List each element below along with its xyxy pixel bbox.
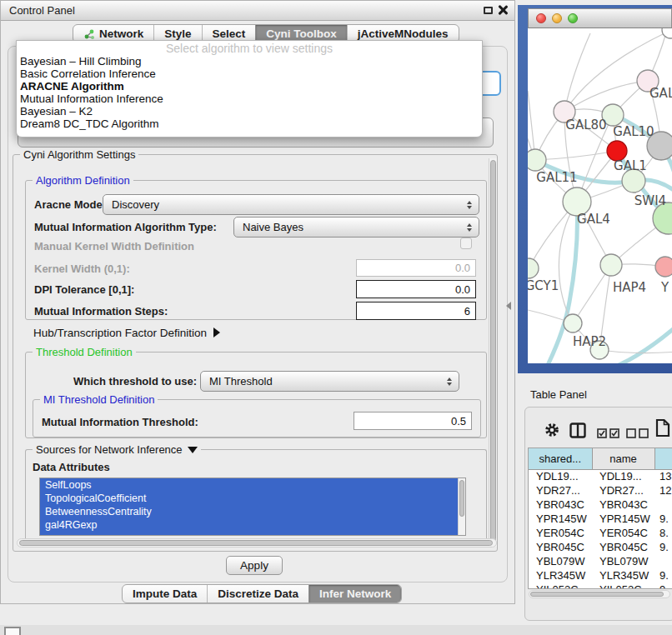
column-header-shared-name[interactable]: shared... (529, 448, 592, 469)
collapsed-panel-icon[interactable] (4, 627, 21, 635)
hub-transcription-factor-section[interactable]: Hub/Transcription Factor Definition (33, 325, 220, 340)
aracne-mode-select[interactable]: Discovery (103, 194, 479, 215)
document-icon[interactable] (655, 418, 670, 441)
network-node-pink-node[interactable] (655, 257, 672, 277)
data-attributes-label: Data Attributes (33, 461, 110, 473)
network-node-hap2[interactable] (564, 314, 582, 332)
dropdown-item[interactable]: Bayesian – Hill Climbing (18, 55, 477, 68)
table-cell[interactable]: YPR145W (529, 512, 592, 526)
network-node-gcy1[interactable] (528, 258, 539, 278)
data-attributes-list[interactable]: SelfLoops TopologicalCoefficient Between… (39, 478, 466, 536)
dropdown-item[interactable]: Mutual Information Inference (18, 92, 477, 105)
table-cell[interactable] (654, 554, 672, 568)
table-cell[interactable]: 9. (654, 512, 672, 526)
settings-horizontal-scrollbar[interactable] (17, 538, 497, 548)
dropdown-item-highlighted[interactable]: ARACNE Algorithm (18, 80, 477, 92)
table-cell[interactable]: YDR27... (592, 483, 654, 498)
list-item-selected[interactable]: BetweennessCentrality (40, 505, 465, 518)
select-all-checkboxes-icon[interactable] (597, 427, 620, 442)
table-cell[interactable]: YLR345W (592, 568, 654, 582)
apply-button[interactable]: Apply (226, 556, 283, 575)
column-layout-icon[interactable] (569, 422, 586, 442)
group-title: Algorithm Definition (33, 174, 133, 187)
network-node-gal11[interactable] (528, 149, 546, 171)
table-cell[interactable]: YBR043C (529, 498, 592, 512)
table-cell[interactable]: 13 (654, 469, 672, 483)
table-cell[interactable]: YBR045C (529, 540, 592, 554)
table-cell[interactable]: YPR145W (592, 512, 654, 526)
table-cell[interactable]: YIL052C (529, 582, 592, 589)
dropdown-item[interactable]: Basic Correlation Inference (18, 68, 477, 80)
table-cell[interactable]: YER054C (529, 526, 592, 540)
collapsed-arrow-icon[interactable] (213, 328, 220, 338)
table-horizontal-scrollbar[interactable] (529, 590, 670, 598)
minimize-window-button[interactable] (552, 13, 562, 23)
tab-infer-network[interactable]: Infer Network (308, 585, 401, 602)
network-window-titlebar[interactable] (528, 8, 672, 28)
table-cell[interactable]: 9. (654, 540, 672, 554)
network-canvas[interactable]: GALGAL80GAL10GAL1GAL11SWI4GAL4GCY1HAP4YH… (528, 28, 672, 363)
table-cell[interactable]: 12 (654, 483, 672, 498)
expanded-arrow-icon[interactable] (188, 447, 198, 453)
kernel-width-field[interactable]: 0.0 (356, 259, 476, 277)
list-item-selected[interactable]: SelfLoops (40, 478, 465, 492)
network-edge[interactable] (535, 151, 617, 160)
network-edge[interactable] (611, 325, 672, 363)
column-header-name[interactable]: name (592, 448, 654, 469)
table-row[interactable]: YBR045CYBR045C9. (529, 540, 672, 554)
list-item-selected[interactable]: TopologicalCoefficient (40, 492, 465, 505)
close-window-button[interactable] (536, 13, 546, 23)
sources-legend[interactable]: Sources for Network Inference (33, 443, 201, 456)
tab-impute-data[interactable]: Impute Data (123, 585, 207, 602)
table-cell[interactable]: 9. (654, 568, 672, 582)
table-cell[interactable]: YDL19... (529, 469, 592, 483)
table-cell[interactable]: YBL079W (529, 554, 592, 568)
field-value: 0.0 (455, 283, 470, 296)
control-panel-window: Control Panel Network Style (0, 0, 515, 604)
settings-gear-icon[interactable] (543, 421, 561, 442)
mi-threshold-field[interactable]: 0.5 (354, 412, 472, 430)
table-cell[interactable]: YBR045C (592, 540, 654, 554)
table-row[interactable]: YIL052CYIL052C9. (529, 582, 672, 589)
table-row[interactable]: YER054CYER054C8. (529, 526, 672, 540)
table-panel-body: shared... name A YDL19...YDL19...13YDR27… (524, 407, 672, 621)
zoom-window-button[interactable] (568, 13, 578, 23)
table-cell[interactable]: 8. (654, 526, 672, 540)
deselect-all-checkboxes-icon[interactable] (626, 427, 649, 442)
table-row[interactable]: YDR27...YDR27...12 (529, 483, 672, 498)
table-row[interactable]: YPR145WYPR145W9. (529, 512, 672, 526)
which-threshold-select[interactable]: MI Threshold (200, 371, 459, 392)
manual-kernel-width-checkbox[interactable] (460, 238, 472, 249)
table-cell[interactable]: YER054C (592, 526, 654, 540)
mi-steps-field[interactable]: 6 (356, 302, 476, 320)
list-item-selected[interactable]: gal4RGexp (40, 518, 465, 532)
table-row[interactable]: YBR043CYBR043C (529, 498, 672, 512)
table-cell[interactable]: YBL079W (592, 554, 654, 568)
table-row[interactable]: YLR345WYLR345W9. (529, 568, 672, 582)
network-edge[interactable] (564, 33, 590, 112)
mi-algorithm-type-select[interactable]: Naive Bayes (233, 217, 479, 238)
network-edge[interactable] (599, 350, 672, 353)
close-panel-icon[interactable] (498, 5, 508, 15)
dropdown-item[interactable]: Bayesian – K2 (18, 105, 477, 118)
panel-divider-grip[interactable] (506, 302, 511, 310)
table-row[interactable]: YBL079WYBL079W (529, 554, 672, 568)
table-cell[interactable] (654, 498, 672, 512)
table-cell[interactable]: YDR27... (529, 483, 592, 498)
list-scrollbar[interactable] (458, 478, 465, 535)
table-cell[interactable]: YDL19... (592, 469, 654, 483)
table-cell[interactable]: YLR345W (529, 568, 592, 582)
table-cell[interactable]: YIL052C (592, 582, 654, 589)
network-node-partial-top[interactable] (662, 28, 672, 38)
node-table[interactable]: shared... name A YDL19...YDL19...13YDR27… (528, 448, 672, 589)
table-row[interactable]: YDL19...YDL19...13 (529, 469, 672, 483)
settings-scrollbar[interactable] (489, 158, 497, 547)
float-panel-icon[interactable] (484, 7, 493, 14)
tab-discretize-data[interactable]: Discretize Data (207, 585, 308, 602)
network-node-hap4[interactable] (600, 254, 622, 276)
dpi-tolerance-field[interactable]: 0.0 (356, 280, 476, 298)
table-cell[interactable]: 9. (654, 582, 672, 589)
dropdown-item[interactable]: Dream8 DC_TDC Algorithm (18, 118, 477, 130)
column-header-partial[interactable]: A (654, 448, 672, 469)
table-cell[interactable]: YBR043C (592, 498, 654, 512)
